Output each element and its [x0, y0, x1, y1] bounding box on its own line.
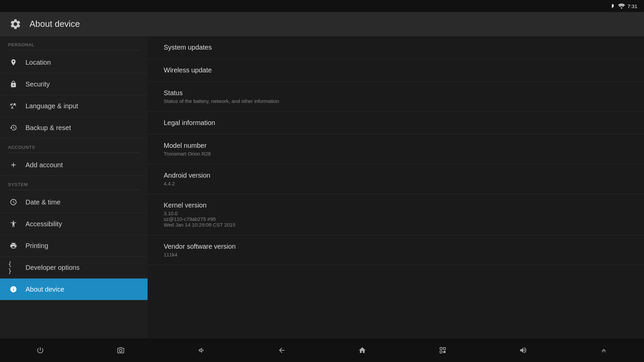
sidebar-label-date-time: Date & time	[25, 198, 60, 206]
sidebar-label-accessibility: Accessibility	[25, 220, 62, 228]
gear-icon	[8, 17, 23, 32]
personal-header: PERSONAL	[0, 36, 148, 50]
sidebar-item-date-time[interactable]: Date & time	[0, 191, 148, 213]
system-header: SYSTEM	[0, 176, 148, 190]
toolbar: About device	[0, 12, 644, 36]
status-time: 7:31	[628, 3, 637, 9]
print-icon	[8, 240, 19, 251]
content-wireless-update[interactable]: Wireless update	[148, 59, 644, 82]
model-subtitle: Tronsmart Orion R28	[164, 151, 628, 157]
status-title: Status	[164, 89, 628, 97]
sidebar-label-security: Security	[25, 80, 50, 88]
clock-icon	[8, 197, 19, 207]
svg-rect-2	[440, 351, 442, 353]
sidebar-label-developer: Developer options	[25, 264, 79, 272]
model-title: Model number	[164, 142, 628, 149]
sidebar-item-language[interactable]: Language & input	[0, 95, 148, 117]
svg-rect-0	[440, 347, 442, 349]
power-button[interactable]	[30, 340, 50, 360]
expand-button[interactable]	[594, 340, 614, 360]
vendor-subtitle: 111k4	[164, 252, 628, 257]
sidebar-item-developer[interactable]: { } Developer options	[0, 257, 148, 279]
kernel-subtitle: 3.10.0 sz@110-c79ab275 #95 Wed Jan 14 10…	[164, 210, 628, 228]
sidebar-item-about[interactable]: About device	[0, 279, 148, 300]
backup-icon	[8, 122, 19, 133]
location-icon	[8, 57, 19, 68]
sidebar-item-backup[interactable]: Backup & reset	[0, 117, 148, 139]
sidebar: PERSONAL Location Security	[0, 36, 148, 338]
sidebar-item-add-account[interactable]: Add account	[0, 154, 148, 176]
bluetooth-icon	[610, 3, 615, 9]
vendor-title: Vendor software version	[164, 243, 628, 250]
sidebar-label-location: Location	[25, 59, 51, 66]
sidebar-item-printing[interactable]: Printing	[0, 235, 148, 257]
content-android[interactable]: Android version 4.4.2	[148, 164, 644, 194]
sidebar-item-accessibility[interactable]: Accessibility	[0, 213, 148, 235]
content-area: System updates Wireless update Status St…	[148, 36, 644, 338]
system-updates-title: System updates	[164, 44, 628, 51]
content-system-updates[interactable]: System updates	[148, 36, 644, 59]
language-icon	[8, 101, 19, 111]
status-icons: 7:31	[610, 3, 637, 9]
recents-button[interactable]	[433, 340, 453, 360]
page-title: About device	[30, 19, 80, 29]
accessibility-icon	[8, 219, 19, 229]
legal-title: Legal information	[164, 119, 628, 127]
volume-up-button[interactable]	[513, 340, 533, 360]
add-account-icon	[8, 160, 19, 170]
svg-rect-1	[443, 347, 445, 349]
wifi-icon	[618, 3, 625, 9]
security-icon	[8, 79, 19, 89]
content-kernel[interactable]: Kernel version 3.10.0 sz@110-c79ab275 #9…	[148, 194, 644, 235]
developer-icon: { }	[8, 262, 19, 273]
svg-rect-3	[443, 351, 445, 353]
wireless-update-title: Wireless update	[164, 66, 628, 74]
volume-down-button[interactable]	[191, 340, 211, 360]
status-bar: 7:31	[0, 0, 644, 12]
nav-bar	[0, 338, 644, 362]
back-button[interactable]	[272, 340, 292, 360]
kernel-title: Kernel version	[164, 201, 628, 209]
home-button[interactable]	[352, 340, 372, 360]
sidebar-item-security[interactable]: Security	[0, 73, 148, 95]
personal-divider	[8, 50, 140, 50]
sidebar-label-add-account: Add account	[25, 161, 63, 169]
sidebar-label-backup: Backup & reset	[25, 124, 71, 132]
sidebar-label-about: About device	[25, 286, 64, 293]
sidebar-label-printing: Printing	[25, 242, 48, 250]
content-model[interactable]: Model number Tronsmart Orion R28	[148, 134, 644, 164]
accounts-divider	[8, 153, 140, 153]
main-layout: PERSONAL Location Security	[0, 36, 644, 338]
info-icon	[8, 284, 19, 295]
content-status[interactable]: Status Status of the battery, network, a…	[148, 82, 644, 112]
screenshot-button[interactable]	[111, 340, 131, 360]
accounts-header: ACCOUNTS	[0, 139, 148, 153]
content-vendor[interactable]: Vendor software version 111k4	[148, 235, 644, 265]
sidebar-item-location[interactable]: Location	[0, 52, 148, 73]
android-subtitle: 4.4.2	[164, 181, 628, 186]
sidebar-label-language: Language & input	[25, 102, 78, 110]
android-title: Android version	[164, 172, 628, 179]
content-legal[interactable]: Legal information	[148, 112, 644, 134]
system-divider	[8, 190, 140, 190]
status-subtitle: Status of the battery, network, and othe…	[164, 98, 628, 104]
